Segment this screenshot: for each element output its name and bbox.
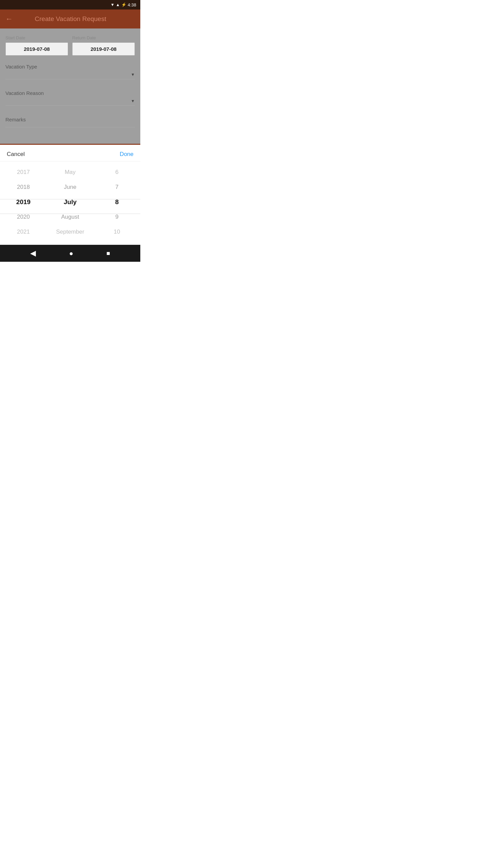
done-button[interactable]: Done bbox=[120, 151, 134, 158]
year-item-2021[interactable]: 2021 bbox=[0, 224, 47, 239]
month-item-august[interactable]: August bbox=[47, 210, 94, 224]
nav-back-button[interactable]: ◀ bbox=[30, 249, 36, 258]
date-picker-panel: Cancel Done 2017 2018 2019 2020 2021 May… bbox=[0, 144, 140, 245]
day-item-8[interactable]: 8 bbox=[94, 195, 140, 210]
year-item-2018[interactable]: 2018 bbox=[0, 180, 47, 195]
return-date-input[interactable]: 2019-07-08 bbox=[72, 42, 135, 56]
month-item-june[interactable]: June bbox=[47, 180, 94, 195]
return-date-field: Return Date 2019-07-08 bbox=[72, 35, 135, 56]
month-column[interactable]: May June July August September bbox=[47, 165, 94, 239]
day-item-6[interactable]: 6 bbox=[94, 165, 140, 180]
status-time: 4:38 bbox=[128, 2, 136, 7]
start-date-field: Start Date 2019-07-08 bbox=[5, 35, 68, 56]
vacation-type-dropdown[interactable]: ▼ bbox=[5, 72, 135, 79]
day-item-7[interactable]: 7 bbox=[94, 180, 140, 195]
app-header: ← Create Vacation Request bbox=[0, 9, 140, 28]
battery-icon: ⚡ bbox=[121, 2, 126, 7]
day-item-10[interactable]: 10 bbox=[94, 224, 140, 239]
start-date-label: Start Date bbox=[5, 35, 68, 40]
form-area: Start Date 2019-07-08 Return Date 2019-0… bbox=[0, 28, 140, 144]
remarks-input[interactable] bbox=[5, 125, 135, 127]
picker-columns: 2017 2018 2019 2020 2021 May June July A… bbox=[0, 161, 140, 245]
nav-home-button[interactable]: ● bbox=[69, 250, 73, 257]
nav-bar: ◀ ● ■ bbox=[0, 245, 140, 262]
vacation-reason-dropdown[interactable]: ▼ bbox=[5, 99, 135, 106]
status-icons: ▼ ▲ ⚡ 4:38 bbox=[110, 2, 136, 7]
vacation-type-chevron: ▼ bbox=[131, 72, 135, 77]
month-item-may[interactable]: May bbox=[47, 165, 94, 180]
vacation-type-field: Vacation Type ▼ bbox=[5, 64, 135, 79]
page-title: Create Vacation Request bbox=[18, 15, 123, 23]
start-date-input[interactable]: 2019-07-08 bbox=[5, 42, 68, 56]
month-item-july[interactable]: July bbox=[47, 195, 94, 210]
status-bar: ▼ ▲ ⚡ 4:38 bbox=[0, 0, 140, 9]
wifi-icon: ▼ bbox=[110, 2, 115, 7]
day-column[interactable]: 6 7 8 9 10 bbox=[94, 165, 140, 239]
year-item-2017[interactable]: 2017 bbox=[0, 165, 47, 180]
remarks-field: Remarks bbox=[5, 117, 135, 127]
year-item-2019[interactable]: 2019 bbox=[0, 195, 47, 210]
vacation-reason-field: Vacation Reason ▼ bbox=[5, 90, 135, 106]
picker-actions: Cancel Done bbox=[0, 145, 140, 161]
nav-recents-button[interactable]: ■ bbox=[106, 250, 110, 257]
back-button[interactable]: ← bbox=[5, 15, 13, 23]
month-item-september[interactable]: September bbox=[47, 224, 94, 239]
date-row: Start Date 2019-07-08 Return Date 2019-0… bbox=[5, 35, 135, 56]
vacation-type-label: Vacation Type bbox=[5, 64, 135, 70]
year-column[interactable]: 2017 2018 2019 2020 2021 bbox=[0, 165, 47, 239]
vacation-reason-label: Vacation Reason bbox=[5, 90, 135, 96]
signal-icon: ▲ bbox=[116, 2, 120, 7]
remarks-label: Remarks bbox=[5, 117, 135, 122]
vacation-reason-chevron: ▼ bbox=[131, 99, 135, 103]
return-date-label: Return Date bbox=[72, 35, 135, 40]
year-item-2020[interactable]: 2020 bbox=[0, 210, 47, 224]
day-item-9[interactable]: 9 bbox=[94, 210, 140, 224]
cancel-button[interactable]: Cancel bbox=[7, 151, 25, 158]
